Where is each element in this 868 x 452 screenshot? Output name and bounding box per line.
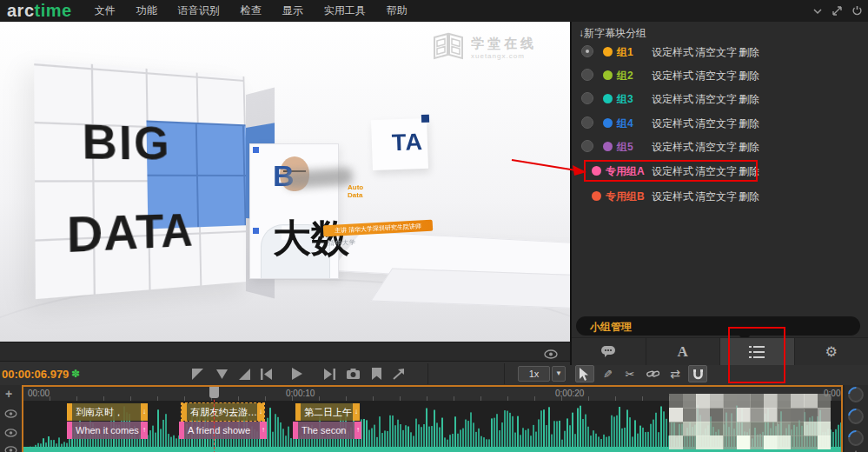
cut-tool-button[interactable]: [620, 365, 639, 382]
menu-functions[interactable]: 功能: [126, 0, 168, 22]
timer-knob-icon[interactable]: [845, 383, 866, 405]
up-arrow-icon[interactable]: [354, 422, 361, 439]
track-visibility-toggle[interactable]: [4, 425, 17, 441]
down-arrow-icon[interactable]: [353, 403, 360, 421]
set-style-button[interactable]: 设定样式: [652, 92, 693, 107]
book-icon: [433, 32, 464, 63]
menu-help[interactable]: 帮助: [376, 0, 418, 22]
swap-tool-button[interactable]: [666, 365, 685, 382]
resize-icon[interactable]: [832, 5, 843, 17]
up-arrow-icon[interactable]: [141, 422, 148, 439]
set-style-button[interactable]: 设定样式: [652, 45, 693, 60]
link-tool-button[interactable]: [643, 365, 662, 382]
track-visibility-toggle[interactable]: [4, 406, 17, 422]
watermark-en: xuetangx.com: [471, 52, 537, 60]
menu-speech-recognition[interactable]: 语音识别: [168, 0, 230, 22]
radio-button[interactable]: [581, 116, 593, 129]
skip-end-button[interactable]: [321, 367, 337, 381]
snapshot-button[interactable]: [345, 367, 361, 381]
menu-display[interactable]: 显示: [272, 0, 314, 22]
eye-icon[interactable]: [544, 347, 558, 362]
subtitle-text: The secon: [298, 422, 354, 439]
radio-button[interactable]: [581, 92, 593, 104]
down-arrow-icon[interactable]: [141, 403, 148, 421]
set-style-button[interactable]: 设定样式: [652, 189, 693, 204]
delete-button[interactable]: 删除: [739, 116, 759, 131]
skip-start-button[interactable]: [258, 367, 274, 381]
menu-check[interactable]: 检查: [230, 0, 272, 22]
group-row-4[interactable]: 组4 设定样式 清空文字 删除: [572, 115, 868, 131]
delete-button[interactable]: 删除: [739, 69, 759, 83]
group-label[interactable]: 专用组B: [606, 189, 645, 204]
clear-text-button[interactable]: 清空文字: [695, 92, 737, 107]
magnet-tool-button[interactable]: [688, 365, 707, 382]
down-arrow-icon[interactable]: [257, 403, 264, 421]
cursor-tool-button[interactable]: [575, 365, 594, 382]
group-row-1[interactable]: 组1 设定样式 清空文字 删除: [572, 43, 868, 60]
delete-button[interactable]: 删除: [739, 140, 759, 155]
timecode-display[interactable]: 00:00:06.979: [2, 368, 69, 381]
menu-utilities[interactable]: 实用工具: [314, 0, 376, 22]
subtitle-text: 第二日上午: [301, 403, 353, 421]
menu-file[interactable]: 文件: [84, 0, 126, 22]
radio-button[interactable]: [581, 45, 593, 57]
delete-button[interactable]: 删除: [739, 189, 759, 204]
annotation-arrow: [507, 153, 593, 181]
playback-speed-select[interactable]: 1x: [518, 366, 550, 382]
track-visibility-toggle[interactable]: [4, 442, 17, 452]
export-arrow-button[interactable]: [391, 367, 407, 381]
tab-text-style[interactable]: A: [646, 338, 721, 365]
timer-knob-icon[interactable]: [845, 405, 866, 427]
subtitle-block-cn[interactable]: 到南京时，: [67, 403, 148, 421]
radio-button[interactable]: [581, 140, 593, 152]
group-row-3[interactable]: 组3 设定样式 清空文字 删除: [572, 90, 868, 107]
subtitle-block-cn[interactable]: 第二日上午: [295, 403, 360, 421]
play-button[interactable]: [289, 367, 305, 381]
set-style-button[interactable]: 设定样式: [652, 116, 693, 131]
group-row-2[interactable]: 组2 设定样式 清空文字 删除: [572, 67, 868, 83]
delete-button[interactable]: 删除: [739, 45, 759, 60]
clear-text-button[interactable]: 清空文字: [695, 116, 737, 131]
timeline[interactable]: 00:00 0:00:10 0:00:20 0:00: 到南京时， 有朋友约去游…: [22, 385, 843, 452]
clear-text-button[interactable]: 清空文字: [695, 140, 737, 155]
timecode-settings-icon[interactable]: ✽: [71, 368, 80, 380]
waveform-view-icon[interactable]: [849, 449, 864, 452]
group-row-special-b[interactable]: 专用组B 设定样式 清空文字 删除: [572, 188, 868, 204]
delete-button[interactable]: 删除: [739, 92, 759, 107]
radio-button[interactable]: [581, 69, 593, 81]
bookmark-button[interactable]: [368, 367, 384, 381]
up-arrow-icon[interactable]: [260, 422, 267, 439]
group-row-5[interactable]: 组5 设定样式 清空文字 删除: [572, 138, 868, 155]
subtitle-block-en[interactable]: A friend showe: [179, 422, 267, 439]
tab-chat[interactable]: [572, 338, 646, 365]
subtitle-block-cn-selected[interactable]: 有朋友约去游…: [182, 403, 264, 421]
subtitle-block-en[interactable]: The secon: [293, 422, 361, 439]
group-color-dot: [603, 118, 613, 128]
subtitle-block-en[interactable]: When it comes: [67, 422, 148, 439]
speed-dropdown-arrow[interactable]: ▼: [552, 366, 566, 382]
blurred-watermark-mosaic: [669, 394, 831, 449]
set-style-button[interactable]: 设定样式: [652, 140, 693, 155]
add-track-button[interactable]: +: [5, 387, 12, 401]
tab-settings[interactable]: ⚙: [795, 338, 868, 365]
group-label[interactable]: 组1: [617, 45, 633, 60]
group-label[interactable]: 组2: [617, 69, 633, 83]
playhead-handle[interactable]: [209, 387, 219, 398]
group-label[interactable]: 组5: [617, 140, 633, 155]
edit-tool-button[interactable]: [598, 365, 617, 382]
group-label[interactable]: 组4: [617, 116, 633, 131]
drop-subtitle-button[interactable]: [214, 367, 229, 381]
highlight-rect-group-a: [584, 160, 758, 182]
power-icon[interactable]: [851, 5, 863, 17]
chevron-down-icon[interactable]: [812, 8, 823, 15]
mark-out-button[interactable]: [236, 367, 252, 381]
timer-knob-icon[interactable]: [845, 427, 866, 449]
clear-text-button[interactable]: 清空文字: [695, 69, 737, 83]
mark-in-button[interactable]: [189, 367, 205, 381]
blue-chip: [253, 228, 259, 234]
set-style-button[interactable]: 设定样式: [652, 69, 693, 83]
clear-text-button[interactable]: 清空文字: [695, 45, 737, 60]
clear-text-button[interactable]: 清空文字: [695, 189, 737, 204]
group-label[interactable]: 组3: [617, 92, 633, 107]
group-color-dot: [603, 142, 613, 151]
